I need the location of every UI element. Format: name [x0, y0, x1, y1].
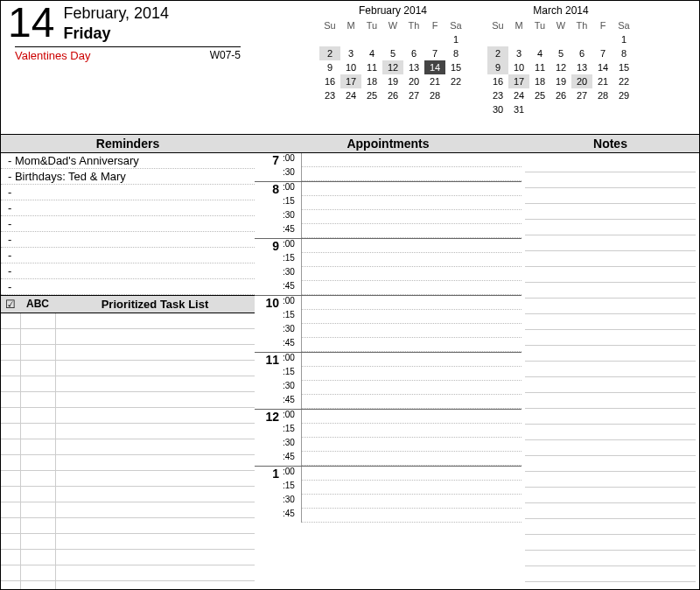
- time-slot[interactable]: [302, 324, 522, 338]
- reminder-row[interactable]: - Mom&Dad's Anniversary: [1, 153, 255, 169]
- time-row[interactable]: 8:00: [255, 182, 522, 196]
- time-slot[interactable]: [302, 381, 522, 395]
- calendar-day[interactable]: 14: [592, 60, 613, 74]
- time-row[interactable]: 9:00: [255, 239, 522, 253]
- calendar-day[interactable]: 4: [529, 46, 550, 60]
- time-slot[interactable]: [302, 353, 522, 367]
- time-row[interactable]: 11:15: [255, 367, 522, 381]
- calendar-day[interactable]: 21: [424, 74, 445, 88]
- calendar-day[interactable]: 18: [361, 74, 382, 88]
- time-row[interactable]: 1:15: [255, 481, 522, 495]
- calendar-day[interactable]: 17: [508, 74, 529, 88]
- calendar-day[interactable]: 7: [424, 46, 445, 60]
- time-row[interactable]: 9:30: [255, 267, 522, 281]
- calendar-day[interactable]: 13: [403, 60, 424, 74]
- time-slot[interactable]: [302, 253, 522, 267]
- calendar-day[interactable]: 28: [592, 88, 613, 102]
- calendar-day[interactable]: 29: [613, 88, 634, 102]
- calendar-day[interactable]: 31: [508, 102, 529, 116]
- calendar-day[interactable]: 19: [550, 74, 571, 88]
- time-slot[interactable]: [302, 167, 522, 181]
- reminder-row[interactable]: -: [1, 279, 255, 295]
- calendar-day[interactable]: 8: [445, 46, 466, 60]
- time-row[interactable]: 11:30: [255, 381, 522, 395]
- time-row[interactable]: 8:45: [255, 224, 522, 238]
- calendar-day[interactable]: 13: [571, 60, 592, 74]
- calendar-day[interactable]: 21: [592, 74, 613, 88]
- calendar-day[interactable]: 9: [487, 60, 508, 74]
- time-slot[interactable]: [302, 182, 522, 196]
- calendar-day[interactable]: 17: [340, 74, 361, 88]
- calendar-day[interactable]: 26: [550, 88, 571, 102]
- calendar-day[interactable]: 30: [487, 102, 508, 116]
- calendar-day[interactable]: 28: [424, 88, 445, 102]
- time-row[interactable]: 11:45: [255, 395, 522, 409]
- calendar-day[interactable]: 2: [319, 46, 340, 60]
- calendar-day[interactable]: 3: [508, 46, 529, 60]
- time-row[interactable]: 10:00: [255, 296, 522, 310]
- calendar-day[interactable]: 22: [613, 74, 634, 88]
- calendar-day[interactable]: 6: [403, 46, 424, 60]
- time-row[interactable]: 11:00: [255, 353, 522, 367]
- calendar-day[interactable]: 23: [319, 88, 340, 102]
- calendar-day[interactable]: 15: [445, 60, 466, 74]
- time-slot[interactable]: [302, 281, 522, 295]
- calendar-day[interactable]: 11: [361, 60, 382, 74]
- calendar-day[interactable]: 18: [529, 74, 550, 88]
- calendar-day[interactable]: 27: [571, 88, 592, 102]
- reminder-row[interactable]: -: [1, 185, 255, 200]
- calendar-day[interactable]: 20: [571, 74, 592, 88]
- time-slot[interactable]: [302, 395, 522, 409]
- calendar-day[interactable]: 1: [613, 32, 634, 46]
- time-row[interactable]: 8:30: [255, 210, 522, 224]
- time-row[interactable]: 1:45: [255, 509, 522, 523]
- calendar-day[interactable]: 19: [382, 74, 403, 88]
- calendar-day[interactable]: 16: [487, 74, 508, 88]
- time-row[interactable]: 8:15: [255, 196, 522, 210]
- calendar-day[interactable]: 14: [424, 60, 445, 74]
- time-row[interactable]: 7:00: [255, 153, 522, 167]
- time-row[interactable]: 10:45: [255, 338, 522, 352]
- calendar-day[interactable]: 25: [361, 88, 382, 102]
- appointments-body[interactable]: 7:007:308:008:158:308:459:009:159:309:45…: [255, 153, 522, 589]
- calendar-day[interactable]: 20: [403, 74, 424, 88]
- time-row[interactable]: 12:00: [255, 410, 522, 424]
- calendar-day[interactable]: 10: [340, 60, 361, 74]
- notes-body[interactable]: [525, 157, 696, 589]
- calendar-day[interactable]: 22: [445, 74, 466, 88]
- calendar-day[interactable]: 2: [487, 46, 508, 60]
- reminder-row[interactable]: -: [1, 248, 255, 263]
- calendar-day[interactable]: 24: [340, 88, 361, 102]
- calendar-day[interactable]: 23: [487, 88, 508, 102]
- calendar-day[interactable]: 5: [550, 46, 571, 60]
- time-row[interactable]: 9:15: [255, 253, 522, 267]
- calendar-day[interactable]: 3: [340, 46, 361, 60]
- calendar-day[interactable]: 24: [508, 88, 529, 102]
- calendar-day[interactable]: 6: [571, 46, 592, 60]
- time-slot[interactable]: [302, 267, 522, 281]
- time-slot[interactable]: [302, 196, 522, 210]
- time-row[interactable]: 12:30: [255, 438, 522, 452]
- time-slot[interactable]: [302, 367, 522, 381]
- calendar-day[interactable]: 4: [361, 46, 382, 60]
- time-row[interactable]: 1:00: [255, 467, 522, 481]
- calendar-day[interactable]: 25: [529, 88, 550, 102]
- calendar-day[interactable]: 26: [382, 88, 403, 102]
- mini-calendar[interactable]: March 2014SuMTuWThFSa1234567891011121314…: [487, 4, 634, 116]
- time-row[interactable]: 12:15: [255, 424, 522, 438]
- time-slot[interactable]: [302, 481, 522, 495]
- time-slot[interactable]: [302, 410, 522, 424]
- reminder-row[interactable]: - Birthdays: Ted & Mary: [1, 169, 255, 185]
- calendar-day[interactable]: 1: [445, 32, 466, 46]
- calendar-day[interactable]: 8: [613, 46, 634, 60]
- calendar-day[interactable]: 9: [319, 60, 340, 74]
- calendar-day[interactable]: 11: [529, 60, 550, 74]
- time-row[interactable]: 7:30: [255, 167, 522, 181]
- time-slot[interactable]: [302, 424, 522, 438]
- calendar-day[interactable]: 10: [508, 60, 529, 74]
- time-slot[interactable]: [302, 224, 522, 238]
- reminder-row[interactable]: -: [1, 263, 255, 279]
- time-slot[interactable]: [302, 452, 522, 466]
- time-row[interactable]: 9:45: [255, 281, 522, 295]
- calendar-day[interactable]: 15: [613, 60, 634, 74]
